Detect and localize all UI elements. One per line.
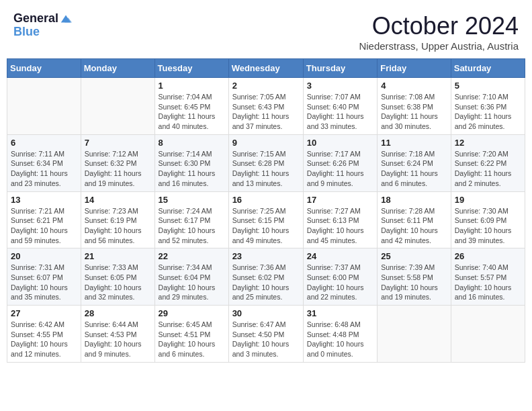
day-number: 13 (11, 195, 77, 205)
page-header: General Blue October 2024 Niederstrass, … (7, 7, 525, 54)
calendar-cell: 14Sunrise: 7:23 AM Sunset: 6:19 PM Dayli… (81, 191, 154, 248)
calendar-week-row: 13Sunrise: 7:21 AM Sunset: 6:21 PM Dayli… (7, 191, 525, 248)
calendar-cell: 27Sunrise: 6:42 AM Sunset: 4:55 PM Dayli… (7, 306, 81, 363)
calendar-week-row: 20Sunrise: 7:31 AM Sunset: 6:07 PM Dayli… (7, 248, 525, 306)
calendar-week-row: 1Sunrise: 7:04 AM Sunset: 6:45 PM Daylig… (7, 78, 525, 135)
day-content: Sunrise: 7:34 AM Sunset: 6:04 PM Dayligh… (159, 263, 225, 302)
weekday-header-cell: Sunday (7, 59, 81, 78)
weekday-header-cell: Tuesday (154, 59, 228, 78)
calendar-week-row: 27Sunrise: 6:42 AM Sunset: 4:55 PM Dayli… (7, 306, 525, 363)
calendar-cell: 28Sunrise: 6:44 AM Sunset: 4:53 PM Dayli… (81, 306, 154, 363)
calendar-cell: 31Sunrise: 6:48 AM Sunset: 4:48 PM Dayli… (303, 306, 377, 363)
calendar-cell: 9Sunrise: 7:15 AM Sunset: 6:28 PM Daylig… (228, 134, 303, 191)
day-number: 30 (232, 308, 300, 318)
day-number: 5 (455, 81, 521, 91)
calendar-cell: 26Sunrise: 7:40 AM Sunset: 5:57 PM Dayli… (451, 248, 525, 306)
day-content: Sunrise: 6:44 AM Sunset: 4:53 PM Dayligh… (85, 320, 151, 359)
calendar-cell (378, 306, 451, 363)
calendar-cell: 2Sunrise: 7:05 AM Sunset: 6:43 PM Daylig… (228, 78, 303, 135)
calendar-cell: 8Sunrise: 7:14 AM Sunset: 6:30 PM Daylig… (154, 134, 228, 191)
weekday-header-cell: Saturday (451, 59, 525, 78)
day-content: Sunrise: 7:30 AM Sunset: 6:09 PM Dayligh… (455, 206, 521, 246)
calendar-cell: 4Sunrise: 7:08 AM Sunset: 6:38 PM Daylig… (378, 78, 451, 135)
calendar-cell: 11Sunrise: 7:18 AM Sunset: 6:24 PM Dayli… (378, 134, 451, 191)
day-number: 12 (455, 138, 521, 148)
calendar-cell (81, 78, 154, 135)
calendar-cell: 7Sunrise: 7:12 AM Sunset: 6:32 PM Daylig… (81, 134, 154, 191)
day-content: Sunrise: 7:24 AM Sunset: 6:17 PM Dayligh… (159, 206, 225, 246)
day-number: 28 (85, 308, 151, 318)
logo: General Blue (13, 12, 72, 39)
day-number: 1 (159, 81, 225, 91)
month-title: October 2024 (359, 12, 519, 40)
day-number: 15 (159, 195, 225, 205)
day-number: 3 (307, 81, 373, 91)
day-content: Sunrise: 6:48 AM Sunset: 4:48 PM Dayligh… (307, 320, 373, 359)
day-content: Sunrise: 7:04 AM Sunset: 6:45 PM Dayligh… (159, 92, 225, 132)
calendar-cell: 19Sunrise: 7:30 AM Sunset: 6:09 PM Dayli… (451, 191, 525, 248)
day-content: Sunrise: 6:47 AM Sunset: 4:50 PM Dayligh… (232, 320, 300, 359)
calendar-cell: 1Sunrise: 7:04 AM Sunset: 6:45 PM Daylig… (154, 78, 228, 135)
weekday-header-row: SundayMondayTuesdayWednesdayThursdayFrid… (7, 59, 525, 78)
day-content: Sunrise: 7:31 AM Sunset: 6:07 PM Dayligh… (11, 263, 77, 302)
calendar-table: SundayMondayTuesdayWednesdayThursdayFrid… (7, 58, 525, 363)
day-number: 7 (85, 138, 151, 148)
day-number: 4 (381, 81, 447, 91)
calendar-cell: 16Sunrise: 7:25 AM Sunset: 6:15 PM Dayli… (228, 191, 303, 248)
day-content: Sunrise: 6:42 AM Sunset: 4:55 PM Dayligh… (11, 320, 77, 359)
day-number: 17 (307, 195, 373, 205)
calendar-cell: 18Sunrise: 7:28 AM Sunset: 6:11 PM Dayli… (378, 191, 451, 248)
day-number: 26 (455, 251, 521, 261)
day-content: Sunrise: 7:18 AM Sunset: 6:24 PM Dayligh… (381, 149, 447, 189)
calendar-cell: 20Sunrise: 7:31 AM Sunset: 6:07 PM Dayli… (7, 248, 81, 306)
day-content: Sunrise: 7:37 AM Sunset: 6:00 PM Dayligh… (307, 263, 373, 302)
calendar-cell: 23Sunrise: 7:36 AM Sunset: 6:02 PM Dayli… (228, 248, 303, 306)
day-content: Sunrise: 7:20 AM Sunset: 6:22 PM Dayligh… (455, 149, 521, 189)
day-number: 8 (159, 138, 225, 148)
calendar-cell: 25Sunrise: 7:39 AM Sunset: 5:58 PM Dayli… (378, 248, 451, 306)
weekday-header-cell: Friday (378, 59, 451, 78)
day-number: 22 (159, 251, 225, 261)
day-content: Sunrise: 7:27 AM Sunset: 6:13 PM Dayligh… (307, 206, 373, 246)
day-number: 19 (455, 195, 521, 205)
logo-blue-text: Blue (13, 26, 40, 39)
calendar-cell: 5Sunrise: 7:10 AM Sunset: 6:36 PM Daylig… (451, 78, 525, 135)
day-number: 27 (11, 308, 77, 318)
day-number: 25 (381, 251, 447, 261)
day-content: Sunrise: 7:08 AM Sunset: 6:38 PM Dayligh… (381, 92, 447, 132)
calendar-cell: 22Sunrise: 7:34 AM Sunset: 6:04 PM Dayli… (154, 248, 228, 306)
day-number: 2 (232, 81, 300, 91)
calendar-cell: 13Sunrise: 7:21 AM Sunset: 6:21 PM Dayli… (7, 191, 81, 248)
day-content: Sunrise: 7:05 AM Sunset: 6:43 PM Dayligh… (232, 92, 300, 132)
calendar-body: 1Sunrise: 7:04 AM Sunset: 6:45 PM Daylig… (7, 78, 525, 363)
day-number: 29 (159, 308, 225, 318)
day-content: Sunrise: 7:40 AM Sunset: 5:57 PM Dayligh… (455, 263, 521, 302)
day-content: Sunrise: 7:07 AM Sunset: 6:40 PM Dayligh… (307, 92, 373, 132)
day-number: 16 (232, 195, 300, 205)
calendar-cell (451, 306, 525, 363)
calendar-cell: 6Sunrise: 7:11 AM Sunset: 6:34 PM Daylig… (7, 134, 81, 191)
day-number: 21 (85, 251, 151, 261)
day-number: 11 (381, 138, 447, 148)
logo-icon (60, 13, 72, 25)
weekday-header-cell: Wednesday (228, 59, 303, 78)
day-number: 18 (381, 195, 447, 205)
day-number: 9 (232, 138, 300, 148)
day-number: 10 (307, 138, 373, 148)
day-content: Sunrise: 7:25 AM Sunset: 6:15 PM Dayligh… (232, 206, 300, 246)
day-number: 6 (11, 138, 77, 148)
calendar-cell: 12Sunrise: 7:20 AM Sunset: 6:22 PM Dayli… (451, 134, 525, 191)
weekday-header-cell: Monday (81, 59, 154, 78)
day-content: Sunrise: 7:10 AM Sunset: 6:36 PM Dayligh… (455, 92, 521, 132)
day-number: 23 (232, 251, 300, 261)
day-content: Sunrise: 7:39 AM Sunset: 5:58 PM Dayligh… (381, 263, 447, 302)
calendar-week-row: 6Sunrise: 7:11 AM Sunset: 6:34 PM Daylig… (7, 134, 525, 191)
day-content: Sunrise: 7:12 AM Sunset: 6:32 PM Dayligh… (85, 149, 151, 189)
day-content: Sunrise: 7:11 AM Sunset: 6:34 PM Dayligh… (11, 149, 77, 189)
day-number: 31 (307, 308, 373, 318)
day-number: 14 (85, 195, 151, 205)
day-content: Sunrise: 6:45 AM Sunset: 4:51 PM Dayligh… (159, 320, 225, 359)
calendar-cell: 24Sunrise: 7:37 AM Sunset: 6:00 PM Dayli… (303, 248, 377, 306)
calendar-cell: 17Sunrise: 7:27 AM Sunset: 6:13 PM Dayli… (303, 191, 377, 248)
day-content: Sunrise: 7:33 AM Sunset: 6:05 PM Dayligh… (85, 263, 151, 302)
